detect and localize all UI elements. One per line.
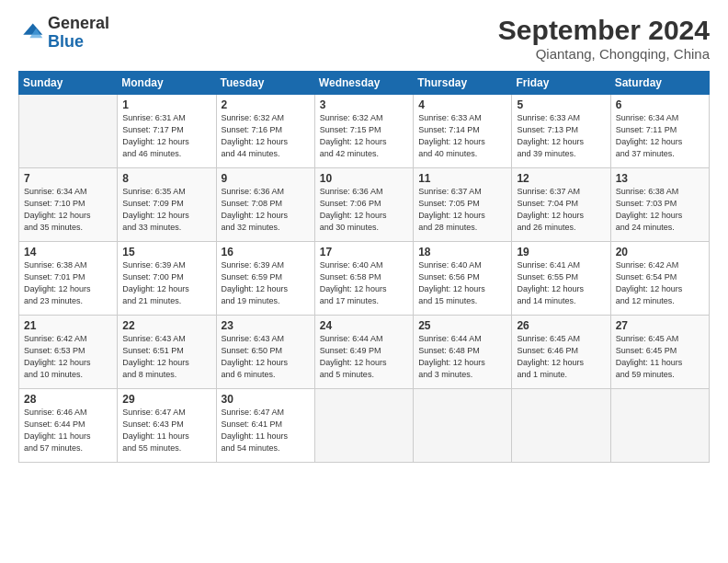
table-row: 11Sunrise: 6:37 AM Sunset: 7:05 PM Dayli…	[414, 168, 512, 242]
day-number: 27	[616, 319, 705, 332]
title-block: September 2024 Qiantang, Chongqing, Chin…	[498, 15, 710, 62]
header-thursday: Thursday	[414, 72, 512, 95]
day-info: Sunrise: 6:36 AM Sunset: 7:06 PM Dayligh…	[320, 186, 409, 234]
day-info: Sunrise: 6:31 AM Sunset: 7:17 PM Dayligh…	[122, 112, 211, 160]
header: General Blue September 2024 Qiantang, Ch…	[18, 15, 710, 62]
day-number: 24	[320, 319, 409, 332]
table-row: 10Sunrise: 6:36 AM Sunset: 7:06 PM Dayli…	[314, 168, 413, 242]
header-friday: Friday	[512, 72, 610, 95]
table-row: 8Sunrise: 6:35 AM Sunset: 7:09 PM Daylig…	[118, 168, 216, 242]
day-number: 25	[418, 319, 507, 332]
day-info: Sunrise: 6:33 AM Sunset: 7:13 PM Dayligh…	[517, 112, 606, 160]
logo-general-text: General	[48, 14, 109, 32]
weekday-header-row: Sunday Monday Tuesday Wednesday Thursday…	[19, 72, 710, 95]
table-row: 9Sunrise: 6:36 AM Sunset: 7:08 PM Daylig…	[216, 168, 314, 242]
day-info: Sunrise: 6:41 AM Sunset: 6:55 PM Dayligh…	[517, 259, 606, 307]
day-number: 7	[24, 172, 113, 185]
day-info: Sunrise: 6:47 AM Sunset: 6:41 PM Dayligh…	[222, 407, 311, 454]
day-info: Sunrise: 6:40 AM Sunset: 6:56 PM Dayligh…	[418, 259, 507, 307]
day-number: 6	[616, 98, 705, 111]
calendar-row: 1Sunrise: 6:31 AM Sunset: 7:17 PM Daylig…	[19, 95, 710, 168]
table-row: 28Sunrise: 6:46 AM Sunset: 6:44 PM Dayli…	[19, 389, 118, 463]
logo: General Blue	[18, 15, 109, 52]
day-number: 3	[320, 98, 409, 111]
table-row: 24Sunrise: 6:44 AM Sunset: 6:49 PM Dayli…	[314, 316, 413, 389]
day-info: Sunrise: 6:39 AM Sunset: 7:00 PM Dayligh…	[122, 259, 211, 307]
calendar-title: September 2024	[498, 15, 710, 46]
table-row: 4Sunrise: 6:33 AM Sunset: 7:14 PM Daylig…	[414, 95, 512, 168]
day-number: 21	[24, 319, 113, 332]
table-row: 16Sunrise: 6:39 AM Sunset: 6:59 PM Dayli…	[216, 242, 314, 316]
day-number: 4	[418, 98, 507, 111]
table-row: 18Sunrise: 6:40 AM Sunset: 6:56 PM Dayli…	[414, 242, 512, 316]
table-row: 27Sunrise: 6:45 AM Sunset: 6:45 PM Dayli…	[610, 316, 709, 389]
day-info: Sunrise: 6:36 AM Sunset: 7:08 PM Dayligh…	[222, 186, 311, 234]
day-number: 5	[517, 98, 606, 111]
day-info: Sunrise: 6:32 AM Sunset: 7:15 PM Dayligh…	[320, 112, 409, 160]
table-row: 12Sunrise: 6:37 AM Sunset: 7:04 PM Dayli…	[512, 168, 610, 242]
day-info: Sunrise: 6:37 AM Sunset: 7:04 PM Dayligh…	[517, 186, 606, 234]
day-number: 22	[122, 319, 211, 332]
day-info: Sunrise: 6:44 AM Sunset: 6:49 PM Dayligh…	[320, 333, 409, 381]
day-number: 9	[222, 172, 311, 185]
svg-marker-0	[23, 23, 42, 34]
day-number: 1	[122, 98, 211, 111]
day-info: Sunrise: 6:42 AM Sunset: 6:54 PM Dayligh…	[616, 259, 705, 307]
table-row: 3Sunrise: 6:32 AM Sunset: 7:15 PM Daylig…	[314, 95, 413, 168]
day-number: 8	[122, 172, 211, 185]
day-number: 15	[122, 246, 211, 259]
day-number: 13	[616, 172, 705, 185]
header-monday: Monday	[118, 72, 216, 95]
day-info: Sunrise: 6:39 AM Sunset: 6:59 PM Dayligh…	[222, 259, 311, 307]
day-number: 18	[418, 246, 507, 259]
day-info: Sunrise: 6:42 AM Sunset: 6:53 PM Dayligh…	[24, 333, 113, 381]
table-row: 14Sunrise: 6:38 AM Sunset: 7:01 PM Dayli…	[19, 242, 118, 316]
day-info: Sunrise: 6:34 AM Sunset: 7:11 PM Dayligh…	[616, 112, 705, 160]
table-row: 20Sunrise: 6:42 AM Sunset: 6:54 PM Dayli…	[610, 242, 709, 316]
table-row	[19, 95, 118, 168]
table-row	[314, 389, 413, 463]
day-number: 28	[24, 393, 113, 406]
day-info: Sunrise: 6:46 AM Sunset: 6:44 PM Dayligh…	[24, 407, 113, 454]
day-number: 2	[222, 98, 311, 111]
day-number: 12	[517, 172, 606, 185]
day-number: 23	[222, 319, 311, 332]
table-row: 26Sunrise: 6:45 AM Sunset: 6:46 PM Dayli…	[512, 316, 610, 389]
table-row: 19Sunrise: 6:41 AM Sunset: 6:55 PM Dayli…	[512, 242, 610, 316]
table-row: 17Sunrise: 6:40 AM Sunset: 6:58 PM Dayli…	[314, 242, 413, 316]
header-wednesday: Wednesday	[314, 72, 413, 95]
day-info: Sunrise: 6:44 AM Sunset: 6:48 PM Dayligh…	[418, 333, 507, 381]
calendar-subtitle: Qiantang, Chongqing, China	[498, 46, 710, 62]
table-row	[512, 389, 610, 463]
table-row: 15Sunrise: 6:39 AM Sunset: 7:00 PM Dayli…	[118, 242, 216, 316]
table-row: 1Sunrise: 6:31 AM Sunset: 7:17 PM Daylig…	[118, 95, 216, 168]
table-row: 2Sunrise: 6:32 AM Sunset: 7:16 PM Daylig…	[216, 95, 314, 168]
table-row: 30Sunrise: 6:47 AM Sunset: 6:41 PM Dayli…	[216, 389, 314, 463]
day-number: 14	[24, 246, 113, 259]
header-saturday: Saturday	[610, 72, 709, 95]
day-number: 10	[320, 172, 409, 185]
day-info: Sunrise: 6:45 AM Sunset: 6:46 PM Dayligh…	[517, 333, 606, 381]
calendar-row: 7Sunrise: 6:34 AM Sunset: 7:10 PM Daylig…	[19, 168, 710, 242]
day-number: 30	[222, 393, 311, 406]
day-number: 20	[616, 246, 705, 259]
day-info: Sunrise: 6:43 AM Sunset: 6:50 PM Dayligh…	[222, 333, 311, 381]
day-info: Sunrise: 6:32 AM Sunset: 7:16 PM Dayligh…	[222, 112, 311, 160]
day-info: Sunrise: 6:34 AM Sunset: 7:10 PM Dayligh…	[24, 186, 113, 234]
table-row: 13Sunrise: 6:38 AM Sunset: 7:03 PM Dayli…	[610, 168, 709, 242]
day-number: 11	[418, 172, 507, 185]
table-row: 22Sunrise: 6:43 AM Sunset: 6:51 PM Dayli…	[118, 316, 216, 389]
table-row: 7Sunrise: 6:34 AM Sunset: 7:10 PM Daylig…	[19, 168, 118, 242]
table-row: 23Sunrise: 6:43 AM Sunset: 6:50 PM Dayli…	[216, 316, 314, 389]
table-row: 5Sunrise: 6:33 AM Sunset: 7:13 PM Daylig…	[512, 95, 610, 168]
day-info: Sunrise: 6:35 AM Sunset: 7:09 PM Dayligh…	[122, 186, 211, 234]
table-row: 6Sunrise: 6:34 AM Sunset: 7:11 PM Daylig…	[610, 95, 709, 168]
calendar-row: 21Sunrise: 6:42 AM Sunset: 6:53 PM Dayli…	[19, 316, 710, 389]
table-row: 25Sunrise: 6:44 AM Sunset: 6:48 PM Dayli…	[414, 316, 512, 389]
day-number: 29	[122, 393, 211, 406]
logo-icon	[18, 20, 44, 46]
day-info: Sunrise: 6:38 AM Sunset: 7:03 PM Dayligh…	[616, 186, 705, 234]
day-info: Sunrise: 6:38 AM Sunset: 7:01 PM Dayligh…	[24, 259, 113, 307]
calendar-row: 14Sunrise: 6:38 AM Sunset: 7:01 PM Dayli…	[19, 242, 710, 316]
day-number: 16	[222, 246, 311, 259]
